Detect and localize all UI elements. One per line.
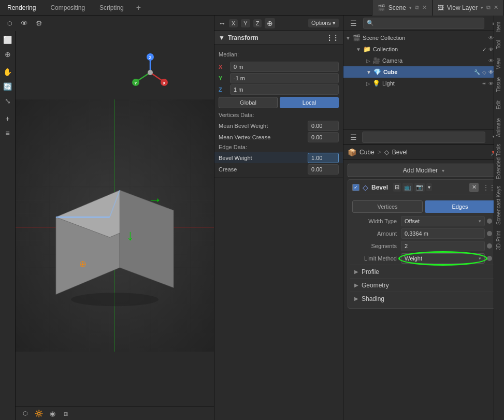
cube-wrench-icon[interactable]: 🔧: [474, 69, 480, 75]
outliner-menu-icon[interactable]: ☰: [348, 18, 359, 29]
tab-compositing[interactable]: Compositing: [43, 0, 92, 16]
transform-space-icon[interactable]: ⊕: [265, 18, 275, 28]
mod-tab-icon-3[interactable]: 📷: [414, 183, 425, 192]
y-label: Y: [219, 75, 227, 81]
scene-visibility-icon[interactable]: 👁: [488, 35, 494, 41]
scale-tool[interactable]: ⤡: [1, 94, 15, 108]
select-box-tool[interactable]: ⬜: [1, 33, 15, 47]
side-tab-view[interactable]: View: [494, 54, 504, 74]
mod-tab-icon-1[interactable]: ⊞: [393, 183, 401, 192]
light-sun-icon[interactable]: ☀: [482, 81, 486, 86]
side-tab-screencast-keys[interactable]: Screencast Keys: [494, 183, 504, 228]
options-button[interactable]: Options ▾: [308, 19, 339, 27]
side-tab-3d-print[interactable]: 3D-Print: [494, 228, 504, 253]
vertices-tab[interactable]: Vertices: [352, 200, 423, 213]
side-tab-edit[interactable]: Edit: [494, 96, 504, 113]
tab-scripting[interactable]: Scripting: [92, 0, 131, 16]
svg-point-21: [71, 293, 159, 306]
amount-dot[interactable]: [487, 231, 492, 236]
x-value-field[interactable]: 0 m: [230, 62, 339, 72]
measure-tool[interactable]: ≡: [1, 126, 15, 140]
viewport-xray-toggle[interactable]: ⧈: [60, 408, 71, 419]
svg-text:Y: Y: [134, 81, 137, 85]
outliner-light[interactable]: ▷ 💡 Light ☀ 👁 📷: [343, 78, 504, 89]
light-visibility-icon[interactable]: 👁: [488, 81, 494, 86]
modifier-close-button[interactable]: ✕: [469, 183, 479, 192]
outliner-collection[interactable]: ▼ 📁 Collection ✓ 👁 📷: [343, 44, 504, 55]
camera-visibility-icon[interactable]: 👁: [488, 58, 494, 64]
modifier-search-input[interactable]: [362, 132, 485, 143]
width-type-dot[interactable]: [487, 219, 492, 224]
side-tab-item[interactable]: Item: [494, 18, 504, 36]
view-layer-close-icon[interactable]: ✕: [494, 4, 498, 11]
modifier-body: Add Modifier ▾ ◇ Bevel ⊞ 📺 📷 ▾: [343, 160, 504, 420]
x-axis-btn[interactable]: X: [229, 19, 238, 27]
modifier-enable-checkbox[interactable]: [352, 184, 359, 191]
z-axis-btn[interactable]: Z: [253, 19, 262, 27]
add-tab-button[interactable]: +: [131, 0, 146, 16]
view-layer-copy-icon[interactable]: ⧉: [486, 4, 491, 11]
vertices-data-label: Vertices Data:: [214, 110, 343, 120]
local-space-button[interactable]: Local: [280, 97, 339, 108]
mean-vertex-crease-value[interactable]: 0.00: [308, 132, 339, 142]
mod-tab-icon-2[interactable]: 📺: [402, 183, 413, 192]
collection-check-icon[interactable]: ✓: [482, 47, 486, 52]
mean-bevel-weight-label: Mean Bevel Weight: [219, 123, 306, 129]
transform-section-header[interactable]: ▼ Transform ⋮⋮: [214, 31, 343, 45]
annotate-tool[interactable]: +: [1, 112, 15, 125]
grab-tool[interactable]: ✋: [1, 65, 15, 79]
breadcrumb-cube[interactable]: Cube: [359, 149, 375, 156]
add-modifier-button[interactable]: Add Modifier ▾: [348, 164, 500, 177]
viewport-area[interactable]: ⬡ 👁 ⚙ ⬜ ⊕ ✋ 🔄 ⤡ + ≡: [0, 16, 214, 420]
viewport-3d[interactable]: Z X Y → →: [16, 31, 214, 420]
limit-method-dropdown-arrow: ▾: [479, 256, 481, 261]
bevel-weight-value[interactable]: 1.00: [308, 153, 339, 163]
rotate-tool[interactable]: 🔄: [1, 80, 15, 93]
tab-rendering[interactable]: Rendering: [0, 0, 43, 16]
scene-copy-icon[interactable]: ⧉: [415, 4, 419, 11]
breadcrumb-bevel[interactable]: Bevel: [392, 149, 408, 156]
cursor-tool[interactable]: ⊕: [1, 48, 15, 61]
viewport-overlay-toggle[interactable]: ◉: [47, 408, 58, 419]
edges-tab[interactable]: Edges: [425, 200, 495, 213]
outliner-search-box[interactable]: 🔍: [363, 18, 484, 29]
y-axis-btn[interactable]: Y: [241, 19, 250, 27]
breadcrumb-bar: 📦 Cube > ◇ Bevel 📌: [343, 145, 504, 160]
side-tab-tool[interactable]: Tool: [494, 36, 504, 53]
viewport-gizmo[interactable]: Z X Y: [129, 52, 171, 93]
scene-selector[interactable]: 🎬 Scene ▾ ⧉ ✕: [372, 0, 433, 16]
profile-section[interactable]: ▶ Profile: [350, 265, 497, 278]
cube-bevel-icon[interactable]: ◇: [482, 69, 486, 75]
viewport-mode-icon[interactable]: ⬡: [20, 408, 31, 419]
geometry-section[interactable]: ▶ Geometry: [350, 278, 497, 292]
props-transform-icon: ↔: [219, 19, 226, 27]
outliner-camera[interactable]: ▷ 🎥 Camera 👁 📷: [343, 55, 504, 66]
segments-dot[interactable]: [487, 243, 492, 249]
side-tab-animate[interactable]: Animate: [494, 114, 504, 141]
mean-bevel-weight-value[interactable]: 0.00: [308, 121, 339, 131]
viewport-shading-icon[interactable]: ⬡: [4, 18, 16, 29]
crease-value[interactable]: 0.00: [308, 164, 339, 175]
amount-value-field[interactable]: 0.3364 m: [401, 228, 485, 239]
side-tab-extended-tools[interactable]: Extended Tools: [494, 141, 504, 182]
modifier-panel-menu-icon[interactable]: ☰: [348, 132, 359, 143]
viewport-shading-btn[interactable]: ⚙: [33, 18, 45, 29]
width-type-dropdown[interactable]: Offset ▾: [401, 216, 485, 226]
limit-method-dropdown[interactable]: Weight ▾: [401, 253, 485, 264]
cube-visibility-icon[interactable]: 👁: [488, 69, 494, 75]
shading-section[interactable]: ▶ Shading: [350, 292, 497, 305]
global-space-button[interactable]: Global: [219, 97, 278, 108]
side-tab-tissue[interactable]: Tissue: [494, 73, 504, 96]
mod-dropdown-icon[interactable]: ▾: [426, 183, 432, 191]
outliner-scene-collection[interactable]: ▼ 🎬 Scene Collection 👁 📷: [343, 32, 504, 44]
z-value-field[interactable]: 1 m: [230, 84, 339, 95]
view-layer-selector[interactable]: 🖼 View Layer ▾ ⧉ ✕: [433, 0, 504, 16]
y-value-field[interactable]: -1 m: [230, 73, 339, 83]
viewport-overlay-icon[interactable]: 👁: [19, 18, 30, 29]
collection-visibility-icon[interactable]: 👁: [488, 47, 494, 52]
viewport-render-mode[interactable]: 🔆: [33, 408, 45, 419]
scene-close-icon[interactable]: ✕: [422, 4, 427, 11]
segments-value-field[interactable]: 2: [401, 241, 485, 251]
outliner-cube[interactable]: ▼ 💎 Cube 🔧 ◇ 👁 📷: [343, 66, 504, 78]
limit-method-dot[interactable]: [487, 256, 492, 261]
